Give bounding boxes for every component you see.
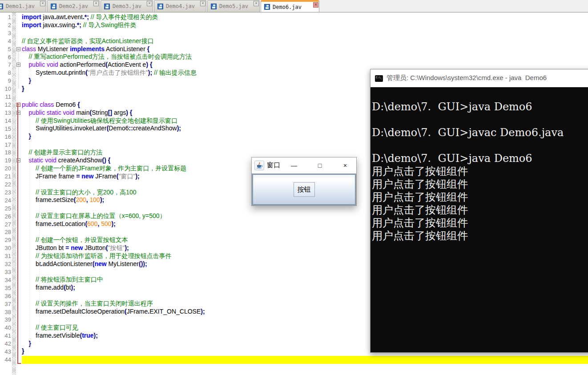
line-number: 42 bbox=[0, 340, 11, 348]
tab-demo2-jav[interactable]: Demo2.jav× bbox=[47, 0, 100, 12]
line-number: 41 bbox=[0, 332, 11, 340]
tab-close-icon[interactable]: × bbox=[147, 1, 152, 6]
line-number: 13 bbox=[0, 109, 11, 117]
line-number: 11 bbox=[0, 93, 11, 101]
code-line[interactable]: // 重写actionPerformed方法，当按钮被点击时会调用此方法 bbox=[22, 53, 588, 61]
code-line[interactable] bbox=[22, 355, 588, 363]
line-number: 12 bbox=[0, 101, 11, 109]
line-number: 30 bbox=[0, 244, 11, 252]
floppy-disk-icon bbox=[211, 4, 217, 9]
cmd-window[interactable]: 管理员: C:\Windows\system32\cmd.exe - java … bbox=[370, 69, 588, 353]
fold-guide-line bbox=[18, 52, 19, 89]
bookmark-margin[interactable] bbox=[12, 12, 16, 375]
tab-label: Demo6.jav bbox=[273, 4, 302, 10]
line-number: 44 bbox=[0, 356, 11, 364]
line-number: 5 bbox=[0, 45, 11, 53]
swing-window-title: 窗口 bbox=[267, 161, 280, 169]
tab-demo4-jav[interactable]: Demo4.jav× bbox=[154, 0, 206, 12]
tab-demo5-jav[interactable]: Demo5.jav× bbox=[207, 0, 260, 12]
line-number: 14 bbox=[0, 117, 11, 125]
console-line bbox=[372, 139, 588, 152]
fold-toggle[interactable] bbox=[16, 47, 20, 51]
tab-demo3-jav[interactable]: Demo3.jav× bbox=[101, 0, 153, 12]
cmd-icon bbox=[375, 75, 383, 82]
indent-guide bbox=[39, 165, 40, 340]
line-number: 27 bbox=[0, 221, 11, 229]
cmd-titlebar[interactable]: 管理员: C:\Windows\system32\cmd.exe - java … bbox=[371, 69, 588, 87]
code-line[interactable]: class MyListener implements ActionListen… bbox=[22, 45, 588, 53]
tab-label: Demo5.jav bbox=[219, 3, 248, 9]
code-line[interactable]: public void actionPerformed(ActionEvent … bbox=[22, 61, 588, 69]
swing-window[interactable]: 窗口 — □ × 按钮 bbox=[251, 157, 357, 206]
line-number: 37 bbox=[0, 300, 11, 308]
swing-content: 按钮 bbox=[252, 173, 356, 206]
console-line: 用户点击了按钮组件 bbox=[372, 165, 588, 178]
tab-close-icon[interactable]: × bbox=[93, 1, 99, 6]
line-number: 8 bbox=[0, 69, 11, 77]
line-number: 2 bbox=[0, 21, 11, 29]
tab-label: Demo3.jav bbox=[113, 3, 141, 9]
line-number: 19 bbox=[0, 157, 11, 165]
line-number: 35 bbox=[0, 284, 11, 292]
tab-demo1-jav[interactable]: Demo1.jav× bbox=[0, 0, 46, 12]
line-number: 25 bbox=[0, 205, 11, 213]
line-number: 6 bbox=[0, 53, 11, 61]
change-history-marker bbox=[17, 103, 18, 364]
line-number: 3 bbox=[0, 29, 11, 37]
code-line[interactable]: import java.awt.event.*; // 导入事件处理相关的类 bbox=[22, 13, 588, 21]
tab-close-icon[interactable]: × bbox=[40, 1, 45, 6]
java-coffee-cup-icon[interactable] bbox=[254, 161, 264, 170]
console-line: 用户点击了按钮组件 bbox=[372, 204, 588, 217]
line-number: 34 bbox=[0, 276, 11, 284]
console-line bbox=[372, 113, 588, 126]
line-number: 16 bbox=[0, 133, 11, 141]
maximize-button[interactable]: □ bbox=[313, 160, 326, 171]
minimize-button[interactable]: — bbox=[287, 160, 301, 171]
tab-label: Demo1.jav bbox=[6, 3, 35, 9]
line-number: 4 bbox=[0, 37, 11, 45]
swing-button[interactable]: 按钮 bbox=[253, 174, 355, 205]
swing-titlebar[interactable]: 窗口 — □ × bbox=[252, 157, 356, 173]
indent-guide bbox=[30, 109, 30, 348]
line-number-gutter: 1234567891011121314151617181920212223242… bbox=[0, 13, 11, 364]
line-number: 20 bbox=[0, 165, 11, 173]
console-line: 用户点击了按钮组件 bbox=[372, 178, 588, 191]
tab-demo6-jav[interactable]: Demo6.jav× bbox=[261, 0, 319, 12]
line-number: 40 bbox=[0, 324, 11, 332]
floppy-disk-icon bbox=[264, 4, 270, 10]
line-number: 36 bbox=[0, 292, 11, 300]
line-number: 17 bbox=[0, 141, 11, 149]
swing-button-focus-ring: 按钮 bbox=[294, 182, 315, 197]
line-number: 23 bbox=[0, 189, 11, 197]
floppy-disk-icon bbox=[51, 4, 56, 9]
floppy-disk-icon bbox=[157, 4, 163, 9]
console-line: D:\demo\7. GUI>java Demo6 bbox=[372, 101, 588, 113]
line-number: 1 bbox=[0, 13, 11, 21]
floppy-disk-icon bbox=[104, 4, 110, 9]
tab-label: Demo2.jav bbox=[59, 3, 88, 9]
console-line: 用户点击了按钮组件 bbox=[372, 191, 588, 204]
close-button[interactable]: × bbox=[338, 160, 352, 171]
floppy-disk-icon bbox=[0, 4, 3, 9]
fold-margin[interactable] bbox=[16, 12, 22, 375]
console-output[interactable]: D:\demo\7. GUI>java Demo6 D:\demo\7. GUI… bbox=[371, 87, 588, 352]
tab-close-icon[interactable]: × bbox=[254, 1, 259, 6]
console-line: 用户点击了按钮组件 bbox=[372, 230, 588, 242]
code-line[interactable] bbox=[22, 29, 588, 37]
indent-guide bbox=[30, 53, 30, 85]
tab-close-icon[interactable]: × bbox=[200, 1, 205, 6]
swing-button-label: 按钮 bbox=[298, 185, 311, 194]
change-history-marker-end bbox=[17, 363, 21, 364]
tab-label: Demo4.jav bbox=[166, 3, 195, 9]
line-number: 22 bbox=[0, 181, 11, 189]
console-line: D:\demo\7. GUI>java Demo6 bbox=[372, 152, 588, 165]
code-line[interactable]: // 自定义事件监听器类，实现ActionListener接口 bbox=[22, 37, 588, 45]
tab-close-icon[interactable]: × bbox=[313, 2, 318, 8]
line-number: 9 bbox=[0, 77, 11, 85]
line-number: 39 bbox=[0, 316, 11, 324]
console-line: D:\demo\7. GUI>javac Demo6.java bbox=[372, 126, 588, 139]
line-number: 43 bbox=[0, 348, 11, 356]
line-number: 7 bbox=[0, 61, 11, 69]
code-line[interactable]: import javax.swing.*; // 导入Swing组件类 bbox=[22, 21, 588, 29]
line-number: 10 bbox=[0, 85, 11, 93]
